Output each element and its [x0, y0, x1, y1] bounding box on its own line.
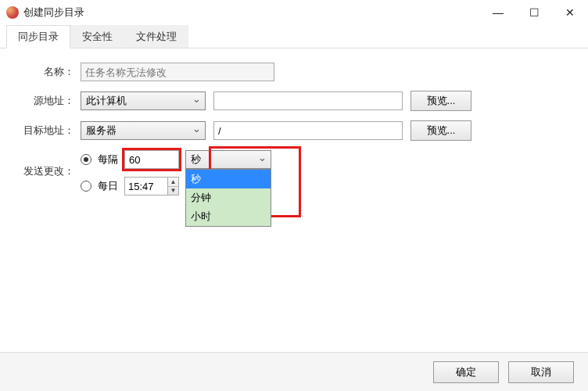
- cancel-button[interactable]: 取消: [508, 361, 574, 383]
- label-source: 源地址：: [14, 94, 81, 108]
- spinner-down-icon[interactable]: ▼: [168, 187, 178, 196]
- tab-sync[interactable]: 同步目录: [6, 25, 70, 48]
- radio-daily[interactable]: [81, 181, 91, 192]
- interval-unit-value: 秒: [191, 152, 201, 167]
- daily-time-input[interactable]: 15:47: [124, 177, 168, 196]
- window-controls: ― ☐ ✕: [480, 0, 588, 25]
- radio-interval[interactable]: [81, 154, 91, 165]
- name-input: [81, 63, 274, 81]
- source-browse-button[interactable]: 预览...: [411, 91, 471, 111]
- app-icon: [6, 6, 19, 19]
- interval-unit-select[interactable]: 秒: [185, 150, 271, 169]
- radio-group-schedule: 每隔 秒 秒 分钟 小时 每日 1: [81, 150, 271, 196]
- radio-row-interval: 每隔 秒 秒 分钟 小时: [81, 150, 271, 169]
- form: 名称： 源地址： 此计算机 预览... 目标地址： 服务器 预览... 发送更改…: [0, 48, 588, 196]
- unit-option-minutes[interactable]: 分钟: [186, 188, 271, 207]
- spinner-up-icon[interactable]: ▲: [168, 178, 178, 187]
- row-name: 名称：: [14, 63, 574, 81]
- row-schedule: 发送更改： 每隔 秒 秒 分钟 小时: [14, 150, 574, 196]
- radio-daily-label: 每日: [98, 179, 118, 193]
- target-select-value: 服务器: [86, 124, 117, 138]
- titlebar: 创建同步目录 ― ☐ ✕: [0, 0, 588, 25]
- maximize-button[interactable]: ☐: [516, 0, 552, 25]
- unit-option-hours[interactable]: 小时: [186, 207, 271, 226]
- interval-value-input[interactable]: [124, 150, 179, 169]
- tabs: 同步目录 安全性 文件处理: [0, 25, 588, 48]
- label-name: 名称：: [14, 65, 81, 79]
- tab-security[interactable]: 安全性: [70, 25, 124, 48]
- minimize-button[interactable]: ―: [480, 0, 516, 25]
- interval-unit-dropdown: 秒 分钟 小时: [185, 169, 271, 227]
- target-browse-button[interactable]: 预览...: [411, 120, 471, 141]
- target-select[interactable]: 服务器: [81, 121, 206, 140]
- ok-button[interactable]: 确定: [433, 361, 499, 383]
- footer: 确定 取消: [0, 352, 588, 391]
- source-select[interactable]: 此计算机: [81, 91, 206, 110]
- label-send-changes: 发送更改：: [14, 164, 81, 178]
- window-title: 创建同步目录: [23, 5, 84, 20]
- row-source: 源地址： 此计算机 预览...: [14, 91, 574, 111]
- row-target: 目标地址： 服务器 预览...: [14, 120, 574, 141]
- radio-interval-label: 每隔: [98, 152, 118, 167]
- close-button[interactable]: ✕: [552, 0, 588, 25]
- source-select-value: 此计算机: [86, 94, 127, 108]
- tab-file-processing[interactable]: 文件处理: [124, 25, 188, 48]
- time-spinner[interactable]: ▲ ▼: [168, 177, 179, 196]
- label-target: 目标地址：: [14, 124, 81, 138]
- unit-option-seconds[interactable]: 秒: [186, 170, 271, 188]
- source-path-input[interactable]: [213, 91, 403, 110]
- target-path-input[interactable]: [213, 121, 403, 140]
